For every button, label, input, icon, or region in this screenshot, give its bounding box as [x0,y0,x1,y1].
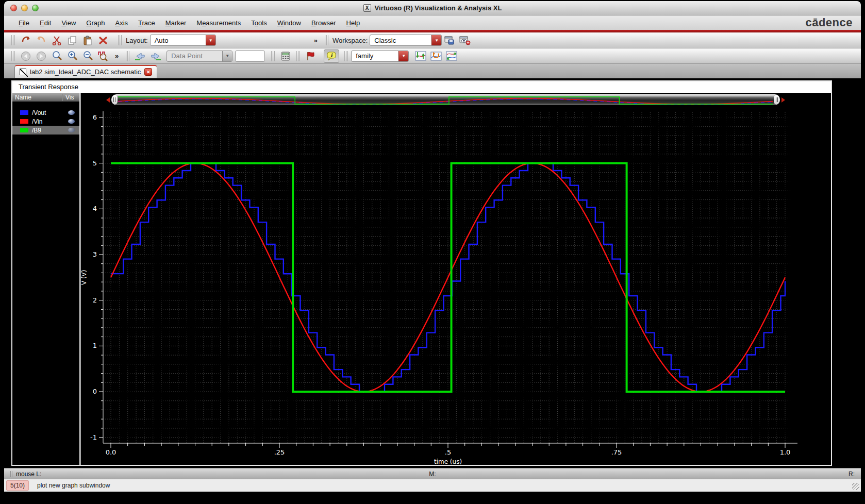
undo-icon [21,36,31,45]
command-count-badge: 5(10) [6,480,29,491]
refresh-plot-button[interactable] [428,49,444,63]
graph-subwindow: Transient Response Name Vis /Vout/Vin/B9 [11,80,832,466]
visibility-eye-icon[interactable] [68,128,75,132]
visibility-eye-icon[interactable] [68,119,75,124]
split-strips-button[interactable] [444,49,459,63]
menu-view[interactable]: View [56,18,81,28]
range-handle-left[interactable] [111,95,118,105]
plot-area: -101234560.0.25.5.751.0time (us)V (V) [81,93,831,465]
combo-dropdown-icon: ▼ [222,51,232,61]
toolbar-overflow-chevron[interactable]: » [314,37,318,44]
range-handle-right[interactable] [774,95,780,105]
menu-axis[interactable]: Axis [110,18,133,28]
signal-row[interactable]: /Vin [12,117,79,126]
overview-strip[interactable] [111,94,780,105]
signal-row[interactable]: /B9 [12,126,79,135]
menu-marker[interactable]: Marker [160,18,191,28]
swap-sweep-button[interactable] [413,49,428,63]
menu-file[interactable]: File [13,18,35,28]
forward-icon [36,51,46,61]
manage-workspaces-icon [459,35,471,45]
mouse-middle-hint: M: [429,471,436,478]
svg-text:5: 5 [93,159,97,167]
calculator-button[interactable] [278,49,293,63]
toolbar-overflow-chevron[interactable]: » [115,52,119,60]
visibility-eye-icon[interactable] [68,110,75,115]
info-balloon-button[interactable]: i [324,49,339,63]
undo-button[interactable] [18,33,34,47]
menu-edit[interactable]: Edit [35,18,56,28]
previous-point-icon [134,51,146,61]
signal-color-swatch [20,110,28,115]
scroll-left-button[interactable] [105,94,111,105]
transient-plot[interactable]: -101234560.0.25.5.751.0time (us)V (V) [81,105,831,465]
svg-text:.75: .75 [611,448,622,456]
title-bar[interactable]: X Virtuoso (R) Visualization & Analysis … [4,1,861,15]
back-button[interactable] [18,49,34,63]
svg-text:-1: -1 [90,433,97,441]
app-window: X Virtuoso (R) Visualization & Analysis … [4,1,861,492]
vis-column-header[interactable]: Vis [63,94,79,101]
overview-trace-vin [118,98,773,104]
toolbar-grip[interactable] [126,51,129,61]
svg-text:.5: .5 [445,448,451,456]
toolbar-grip[interactable] [344,51,348,61]
zoom-waveform-icon [97,51,109,61]
toolbar-grip[interactable] [11,51,15,61]
point-value-field[interactable] [235,51,265,62]
mouse-hint-bar: mouse L: M: R: [4,468,861,479]
forward-button[interactable] [34,49,49,63]
svg-text:.25: .25 [274,448,285,456]
menu-trace[interactable]: Trace [133,18,160,28]
calculator-icon [280,51,291,61]
toolbar-grip[interactable] [118,35,122,45]
combo-dropdown-icon[interactable]: ▼ [398,51,408,61]
menu-browser[interactable]: Browser [306,18,341,28]
zoom-in-icon [67,51,78,61]
combo-dropdown-icon[interactable]: ▼ [431,35,441,45]
cut-button[interactable] [49,33,64,47]
signal-row[interactable]: /Vout [12,108,79,117]
family-combo[interactable]: family ▼ [351,51,409,62]
plot-title: Transient Response [12,81,831,93]
menu-graph[interactable]: Graph [81,18,110,28]
zoom-waveform-button[interactable] [95,49,111,63]
statusbar-grip[interactable] [10,471,13,477]
zoom-in-button[interactable] [64,49,80,63]
save-workspace-button[interactable] [442,33,457,47]
menu-measurements[interactable]: Measurements [191,18,246,28]
combo-dropdown-icon[interactable]: ▼ [206,35,215,45]
tab-graph-subwindow[interactable]: lab2 sim_Ideal_ADC_DAC schematic ✕ [14,65,157,78]
zoom-out-button[interactable] [80,49,95,63]
workspace-combo[interactable]: Classic ▼ [370,35,442,46]
signal-name: /B9 [32,127,41,134]
copy-button[interactable] [64,33,80,47]
split-strips-icon [445,51,458,61]
next-point-button[interactable] [148,49,163,63]
flag-marker-button[interactable] [303,49,319,63]
toolbar-grip[interactable] [325,35,328,45]
signal-color-swatch [20,128,28,132]
menu-tools[interactable]: Tools [246,18,272,28]
toolbar-grip[interactable] [271,51,275,61]
copy-icon [67,36,77,45]
redo-button[interactable] [34,33,49,47]
menu-window[interactable]: Window [272,18,306,28]
paste-button[interactable] [80,33,95,47]
delete-button[interactable] [95,33,111,47]
family-combo-value: family [352,52,398,60]
layout-combo[interactable]: Auto ▼ [150,35,216,46]
cadence-logo: cādence [805,16,861,29]
overview-scrollbar[interactable] [105,94,787,105]
scroll-right-button[interactable] [780,94,787,105]
zoom-fit-button[interactable] [49,49,64,63]
tab-close-button[interactable]: ✕ [144,68,152,76]
name-column-header[interactable]: Name [12,94,63,101]
toolbar-grip[interactable] [11,35,15,45]
toolbar-grip[interactable] [296,51,300,61]
previous-point-button[interactable] [132,49,148,63]
manage-workspaces-button[interactable] [457,33,473,47]
resize-grip[interactable] [852,483,859,490]
menu-help[interactable]: Help [341,18,365,28]
svg-text:2: 2 [93,296,97,304]
